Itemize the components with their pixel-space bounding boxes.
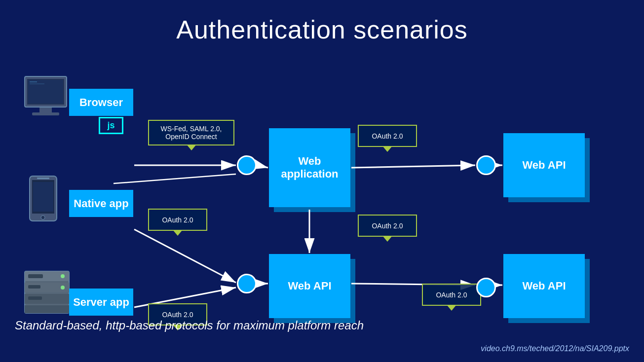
native-app-label: Native app (69, 190, 133, 217)
oauth-box-web-api-mid: OAuth 2.0 (358, 215, 417, 237)
circle-node-left (237, 155, 257, 175)
svg-line-7 (351, 165, 475, 168)
server-app-label: Server app (69, 289, 133, 316)
svg-rect-22 (37, 178, 49, 179)
svg-rect-15 (32, 112, 59, 115)
svg-point-30 (61, 286, 65, 290)
browser-label: Browser (69, 89, 133, 116)
tagline: Standard-based, http-based protocols for… (15, 319, 364, 332)
circle-node-right-top (476, 155, 496, 175)
browser-icon (22, 74, 69, 118)
web-api-right-top-box: Web API (503, 133, 585, 197)
ws-fed-protocol-box: WS-Fed, SAML 2.0, OpenID Connect (148, 120, 234, 145)
svg-rect-23 (33, 182, 53, 212)
server-app-icon (22, 269, 72, 316)
svg-rect-31 (28, 274, 43, 278)
native-app-icon (25, 175, 62, 222)
svg-rect-14 (39, 108, 52, 112)
oauth-box-native: OAuth 2.0 (148, 209, 207, 231)
page-title: Authentication scenarios (0, 0, 644, 44)
svg-line-5 (258, 165, 268, 168)
circle-node-right-bot (476, 278, 496, 297)
svg-line-3 (134, 229, 236, 283)
video-reference: video.ch9.ms/teched/2012/na/SIA209.pptx (481, 344, 629, 353)
svg-point-29 (61, 274, 65, 278)
circle-node-mid (237, 274, 257, 293)
svg-rect-33 (28, 296, 42, 300)
js-badge: js (99, 117, 123, 134)
svg-rect-28 (25, 305, 69, 313)
svg-rect-32 (28, 285, 40, 289)
svg-line-2 (114, 174, 236, 183)
web-application-box: Web application (269, 128, 350, 207)
oauth-box-web-api-top: OAuth 2.0 (358, 125, 417, 147)
web-api-right-bot-box: Web API (503, 254, 585, 318)
diagram-area: Browser js Native app Server app WS-Fed,… (0, 57, 644, 338)
svg-rect-16 (28, 80, 63, 104)
web-api-mid-box: Web API (269, 254, 350, 318)
oauth-box-web-api-bot: OAuth 2.0 (422, 284, 481, 306)
svg-point-21 (41, 216, 45, 219)
